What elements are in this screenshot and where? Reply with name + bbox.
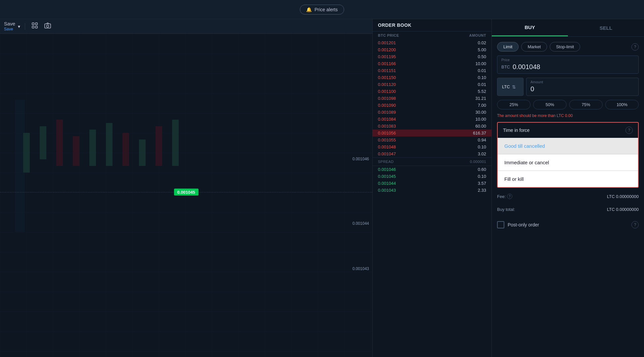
order-form: Limit Market Stop-limit ? Price BTC LTC …	[492, 37, 644, 357]
order-type-help-icon[interactable]: ?	[631, 43, 639, 51]
chart-price-label-3: 0.001043	[352, 266, 369, 271]
fee-label-group: Fee: ?	[497, 194, 512, 199]
sell-order-row[interactable]: 0.0011500.10	[373, 74, 491, 81]
buy-amount: 0.10	[478, 174, 486, 179]
amount-input-row: LTC ⇅ Amount	[497, 78, 639, 96]
fee-help-icon[interactable]: ?	[507, 194, 512, 199]
price-input-group[interactable]: Price BTC	[497, 56, 639, 74]
buy-total-row: Buy total: LTC 0.00000000	[497, 205, 639, 214]
price-input[interactable]	[513, 63, 634, 71]
sell-order-row[interactable]: 0.0011200.01	[373, 81, 491, 88]
tif-option-ioc[interactable]: Immediate or cancel	[498, 154, 638, 171]
amount-currency-label: LTC	[502, 84, 510, 89]
post-only-label: Post-only order	[508, 222, 539, 227]
stop-limit-button[interactable]: Stop-limit	[550, 42, 580, 52]
sell-order-row[interactable]: 0.0011005.52	[373, 88, 491, 95]
near-spread-order-row[interactable]: 0.0010480.10	[373, 143, 491, 150]
post-only-checkbox[interactable]	[497, 221, 504, 228]
sell-order-row[interactable]: 0.0011510.01	[373, 67, 491, 74]
sell-price: 0.001200	[378, 47, 396, 52]
right-panel: BUY SELL Limit Market Stop-limit ? Price…	[492, 19, 644, 357]
svg-rect-13	[106, 123, 113, 166]
buy-order-row[interactable]: 0.0010443.57	[373, 180, 491, 187]
buy-orders: 0.0010460.600.0010450.100.0010443.570.00…	[373, 166, 491, 194]
sell-amount: 60.00	[475, 124, 486, 129]
svg-rect-1	[35, 23, 37, 25]
svg-point-5	[47, 25, 49, 27]
error-message: The amount should be more than LTC 0.00	[497, 113, 639, 118]
sell-order-row[interactable]: 0.0012010.02	[373, 39, 491, 46]
currency-switcher[interactable]: LTC ⇅	[497, 78, 524, 96]
sell-amount: 0.01	[478, 82, 486, 87]
buy-order-row[interactable]: 0.0010450.10	[373, 173, 491, 180]
tif-option-gtc[interactable]: Good till cancelled	[498, 138, 638, 154]
buy-total-label: Buy total:	[497, 207, 515, 212]
near-amount: 0.10	[478, 144, 486, 149]
sell-order-row[interactable]: 0.0012005.00	[373, 46, 491, 53]
sell-order-row[interactable]: 0.0010907.00	[373, 102, 491, 109]
svg-rect-3	[35, 26, 37, 28]
highlighted-order-row[interactable]: 0.001056 616.37	[373, 130, 491, 137]
tif-label: Time in force	[503, 128, 529, 133]
near-spread-order-row[interactable]: 0.0010473.02	[373, 150, 491, 157]
sell-tab[interactable]: SELL	[568, 19, 644, 36]
highlighted-amount: 616.37	[473, 131, 486, 136]
buy-total-value: LTC 0.00000000	[607, 207, 639, 212]
sell-price: 0.001120	[378, 82, 396, 87]
svg-rect-10	[56, 120, 63, 166]
svg-rect-0	[32, 23, 34, 25]
sell-order-row[interactable]: 0.00108930.00	[373, 109, 491, 116]
time-in-force-section: Time in force ? Good till cancelled Imme…	[497, 122, 639, 188]
percent-75-button[interactable]: 75%	[569, 100, 603, 109]
amount-input-row-inner	[530, 85, 634, 93]
price-alerts-button[interactable]: 🔔 Price alerts	[300, 5, 344, 15]
amount-input-group[interactable]: Amount	[526, 78, 639, 96]
sell-order-row[interactable]: 0.0011950.50	[373, 53, 491, 60]
sell-amount: 10.00	[475, 117, 486, 122]
svg-rect-17	[172, 120, 179, 166]
sell-amount: 0.10	[478, 75, 486, 80]
near-spread-order-row[interactable]: 0.0010550.94	[373, 137, 491, 143]
spread-label: SPREAD	[378, 160, 394, 164]
save-sub-label[interactable]: Save	[4, 27, 15, 31]
tif-header: Time in force ?	[498, 123, 638, 138]
percent-25-button[interactable]: 25%	[497, 100, 530, 109]
fee-value: LTC 0.00000000	[607, 194, 639, 199]
bell-icon: 🔔	[306, 7, 312, 12]
svg-rect-2	[32, 26, 34, 28]
current-price-badge: 0.001045	[174, 189, 198, 196]
sell-order-row[interactable]: 0.00109831.21	[373, 95, 491, 102]
amount-input[interactable]	[530, 85, 634, 93]
buy-price: 0.001043	[378, 188, 396, 193]
sell-price: 0.001166	[378, 61, 396, 66]
near-amount: 0.94	[478, 138, 486, 142]
buy-tab[interactable]: BUY	[492, 19, 568, 36]
post-only-help-icon[interactable]: ?	[631, 221, 639, 228]
fullscreen-button[interactable]	[30, 22, 40, 31]
sell-order-row[interactable]: 0.00108410.00	[373, 116, 491, 123]
market-button[interactable]: Market	[521, 42, 547, 52]
near-price: 0.001055	[378, 138, 396, 142]
save-main-label: Save	[4, 21, 15, 27]
amount-label: Amount	[530, 80, 543, 84]
screenshot-button[interactable]	[42, 22, 53, 31]
buy-amount: 3.57	[478, 181, 486, 186]
near-price: 0.001047	[378, 151, 396, 156]
limit-button[interactable]: Limit	[497, 42, 519, 52]
save-chevron-button[interactable]: ▾	[18, 24, 20, 29]
tif-dropdown: Good till cancelled Immediate or cancel …	[498, 138, 638, 187]
spread-row: SPREAD 0.000001	[373, 157, 491, 166]
buy-order-row[interactable]: 0.0010432.33	[373, 187, 491, 194]
price-label: Price	[501, 58, 510, 62]
sell-price: 0.001151	[378, 68, 396, 73]
sell-order-row[interactable]: 0.00116610.00	[373, 60, 491, 67]
sell-order-row[interactable]: 0.00108360.00	[373, 123, 491, 130]
order-book-header: ORDER BOOK	[373, 19, 491, 31]
sell-price: 0.001195	[378, 54, 396, 59]
percent-50-button[interactable]: 50%	[533, 100, 567, 109]
sell-orders: 0.0012010.020.0012005.000.0011950.500.00…	[373, 39, 491, 130]
percent-100-button[interactable]: 100%	[605, 100, 639, 109]
tif-option-fok[interactable]: Fill or kill	[498, 171, 638, 187]
buy-order-row[interactable]: 0.0010460.60	[373, 166, 491, 173]
tif-help-icon[interactable]: ?	[625, 127, 633, 134]
